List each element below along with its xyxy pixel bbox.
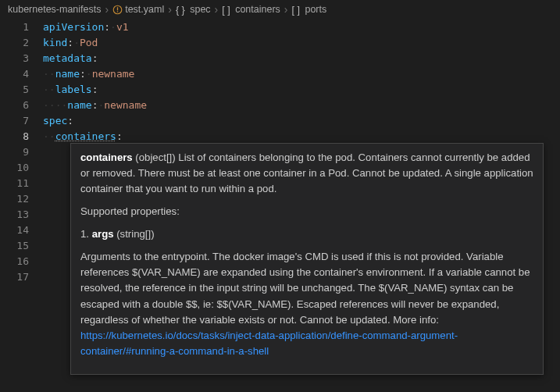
code-line[interactable]: ··name:·newname [43, 66, 560, 82]
chevron-right-icon: › [105, 4, 109, 15]
line-number: 7 [0, 113, 29, 129]
array-icon: [ ] [292, 5, 300, 16]
breadcrumb-label: spec [190, 4, 210, 15]
line-number: 9 [0, 144, 29, 160]
code-line[interactable]: ··labels: [43, 82, 560, 98]
chevron-right-icon: › [284, 4, 288, 15]
code-line[interactable]: spec: [43, 113, 560, 129]
breadcrumb-item[interactable]: [ ] containers [222, 4, 280, 16]
line-number: 1 [0, 20, 29, 35]
hover-link[interactable]: https://kubernetes.io/docs/tasks/inject-… [80, 330, 458, 357]
breadcrumb-label: containers [235, 4, 280, 15]
svg-rect-1 [117, 8, 118, 11]
breadcrumb-item[interactable]: [ ] ports [292, 4, 327, 16]
code-line[interactable]: ··containers: [43, 129, 560, 144]
line-number: 10 [0, 160, 29, 176]
line-number: 8 [0, 129, 29, 144]
object-icon: { } [176, 5, 185, 16]
chevron-right-icon: › [215, 4, 219, 15]
line-number: 4 [0, 66, 29, 82]
breadcrumb-label: test.yaml [125, 4, 164, 15]
hover-prop-description: Arguments to the entrypoint. The docker … [80, 249, 533, 358]
line-number: 12 [0, 191, 29, 207]
hover-prop-item: 1. args (string[]) [80, 226, 533, 242]
line-number: 11 [0, 176, 29, 191]
line-number: 16 [0, 254, 29, 269]
line-number: 15 [0, 238, 29, 254]
breadcrumb-item[interactable]: test.yaml [112, 4, 164, 15]
code-line[interactable]: metadata: [43, 51, 560, 66]
hover-supported-label: Supported properties: [80, 204, 533, 219]
code-line[interactable]: kind:·Pod [43, 35, 560, 51]
array-icon: [ ] [222, 5, 230, 16]
breadcrumb-item[interactable]: { } spec [176, 4, 211, 16]
line-number: 3 [0, 51, 29, 66]
svg-rect-2 [117, 12, 118, 12]
line-number: 13 [0, 207, 29, 223]
line-number-gutter: 1234567891011121314151617 [0, 20, 43, 285]
code-line[interactable]: apiVersion:·v1 [43, 20, 560, 35]
hover-prop-name: containers [80, 151, 133, 163]
breadcrumb-item[interactable]: kubernetes-manifests [8, 4, 102, 15]
code-line[interactable]: ····name:·newname [43, 98, 560, 113]
warning-icon [112, 5, 123, 15]
hover-description: containers (object[]) List of containers… [80, 150, 533, 197]
line-number: 5 [0, 82, 29, 98]
chevron-right-icon: › [168, 4, 172, 15]
line-number: 2 [0, 35, 29, 51]
line-number: 17 [0, 269, 29, 285]
hover-tooltip: containers (object[]) List of containers… [70, 143, 544, 375]
breadcrumb-label: ports [305, 4, 326, 15]
line-number: 6 [0, 98, 29, 113]
breadcrumb-label: kubernetes-manifests [8, 4, 102, 15]
line-number: 14 [0, 223, 29, 238]
breadcrumb[interactable]: kubernetes-manifests›test.yaml›{ } spec›… [0, 0, 560, 20]
